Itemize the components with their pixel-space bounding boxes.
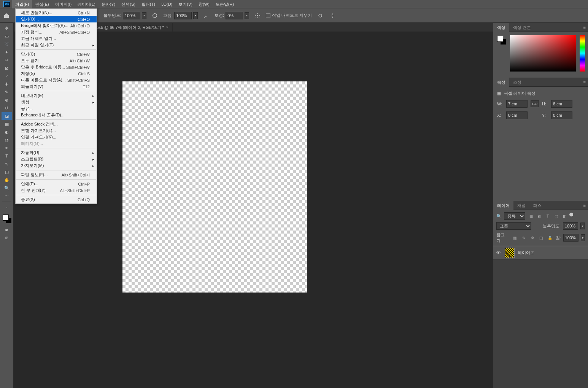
lock-all-icon[interactable]: 🔒	[547, 234, 553, 241]
history-brush-tool[interactable]: ↺	[2, 104, 12, 112]
menu-item[interactable]: 고급 개체로 열기...	[16, 35, 97, 42]
eyedropper-tool[interactable]: ⟋	[2, 72, 12, 80]
layer-opacity-input[interactable]	[563, 222, 578, 230]
tab-paths[interactable]: 패스	[529, 201, 545, 210]
menu-item[interactable]: 파일 정보(F)...Alt+Shift+Ctrl+I	[16, 172, 97, 178]
lasso-tool[interactable]: ➰	[2, 40, 12, 48]
crop-tool[interactable]: ✂	[2, 56, 12, 64]
airbrush-icon[interactable]	[202, 12, 210, 19]
menu-view[interactable]: 보기(V)	[175, 0, 195, 8]
menu-item[interactable]: Adobe Stock 검색...	[16, 121, 97, 127]
path-select-tool[interactable]: ↖	[2, 160, 12, 168]
shape-tool[interactable]: ▢	[2, 168, 12, 176]
erase-history-checkbox[interactable]	[266, 13, 270, 18]
home-icon[interactable]	[2, 11, 11, 20]
panel-menu-icon[interactable]: ≡	[581, 25, 588, 30]
tab-layers[interactable]: 레이어	[493, 201, 513, 210]
hand-tool[interactable]: ✋	[2, 176, 12, 184]
brush-tool[interactable]: ✎	[2, 88, 12, 96]
menu-filter[interactable]: 필터(T)	[138, 0, 158, 8]
quickmask-tool[interactable]: ◙	[2, 226, 12, 234]
filter-toggle[interactable]	[569, 213, 573, 216]
lock-artboard-icon[interactable]: ◫	[538, 234, 544, 241]
screenmode-tool[interactable]: ⎚	[2, 234, 12, 242]
menu-item[interactable]: 다른 이름으로 저장(A)...Shift+Ctrl+S	[16, 77, 97, 83]
gradient-tool[interactable]: ▦	[2, 120, 12, 128]
menu-item[interactable]: 되돌리기(V)F12	[16, 83, 97, 90]
color-chips[interactable]	[496, 35, 506, 45]
menu-item[interactable]: 열기(O)...Ctrl+O	[16, 16, 97, 22]
menu-item[interactable]: 인쇄(P)...Ctrl+P	[16, 181, 97, 187]
color-field[interactable]	[510, 35, 576, 72]
link-dimensions-icon[interactable]: GO	[531, 100, 539, 107]
menu-item[interactable]: 연결 가져오기(K)...	[16, 134, 97, 140]
dodge-tool[interactable]: ◔	[2, 136, 12, 144]
menu-item[interactable]: 한 부 인쇄(Y)Alt+Shift+Ctrl+P	[16, 187, 97, 194]
type-tool[interactable]: T	[2, 152, 12, 160]
menu-image[interactable]: 이미지(I)	[52, 0, 75, 8]
zoom-tool[interactable]: 🔍	[2, 184, 12, 192]
tab-swatches[interactable]: 색상 견본	[509, 23, 535, 32]
menu-item[interactable]: 포함 가져오기(L)...	[16, 127, 97, 134]
menu-item[interactable]: Bridge에서 찾아보기(B)...Alt+Ctrl+O	[16, 22, 97, 29]
fill-dropdown[interactable]	[581, 234, 585, 241]
layer-item[interactable]: 👁 레이어 2	[493, 246, 588, 260]
opacity-input[interactable]	[123, 12, 140, 19]
menu-help[interactable]: 도움말(H)	[213, 0, 237, 8]
tab-color[interactable]: 색상	[493, 23, 509, 32]
opacity-dropdown[interactable]	[142, 12, 146, 19]
move-tool[interactable]: ✥	[2, 24, 12, 32]
pen-tool[interactable]: ✒	[2, 144, 12, 152]
menu-item[interactable]: 모두 닫기Alt+Ctrl+W	[16, 57, 97, 64]
menu-item[interactable]: 닫기(C)Ctrl+W	[16, 51, 97, 57]
smoothing-input[interactable]	[226, 12, 243, 19]
stamp-tool[interactable]: ⊕	[2, 96, 12, 104]
menu-file[interactable]: 파일(F)	[12, 0, 32, 8]
layer-name[interactable]: 레이어 2	[518, 250, 534, 256]
filter-type-icon[interactable]: T	[544, 213, 551, 219]
tab-properties[interactable]: 속성	[493, 78, 509, 87]
menu-item[interactable]: 종료(X)Ctrl+Q	[16, 196, 97, 203]
menu-item[interactable]: 공유...	[16, 105, 97, 112]
tab-adjustments[interactable]: 조정	[509, 78, 525, 87]
color-swatches[interactable]	[2, 214, 12, 224]
blur-tool[interactable]: ◐	[2, 128, 12, 136]
symmetry-icon[interactable]	[329, 12, 336, 19]
smoothing-gear-icon[interactable]	[254, 12, 261, 19]
menu-item[interactable]: 가져오기(M)	[16, 162, 97, 169]
lock-transparency-icon[interactable]: ▦	[512, 234, 518, 241]
menu-item[interactable]: 새로 만들기(N)...Ctrl+N	[16, 10, 97, 16]
menu-layer[interactable]: 레이어(L)	[75, 0, 98, 8]
heal-tool[interactable]: ✚	[2, 80, 12, 88]
fill-input[interactable]	[563, 234, 578, 242]
pressure-size-icon[interactable]	[316, 12, 324, 19]
blend-mode-select[interactable]: 표준	[496, 222, 531, 230]
foreground-chip[interactable]	[497, 36, 503, 42]
tab-channels[interactable]: 채널	[513, 201, 529, 210]
layer-thumbnail[interactable]	[505, 248, 515, 258]
wand-tool[interactable]: ✦	[2, 48, 12, 56]
filter-pixel-icon[interactable]: ▦	[528, 213, 534, 219]
height-input[interactable]	[551, 100, 572, 108]
menu-edit[interactable]: 편집(E)	[32, 0, 52, 8]
menu-item[interactable]: 자동화(U)	[16, 149, 97, 156]
close-icon[interactable]: ×	[166, 23, 168, 32]
layer-opacity-dropdown[interactable]	[580, 223, 585, 229]
flow-dropdown[interactable]	[193, 12, 198, 19]
menu-item[interactable]: 지정 형식...Alt+Shift+Ctrl+O	[16, 29, 97, 35]
frame-tool[interactable]: ⊠	[2, 64, 12, 72]
menu-item[interactable]: 저장(S)Ctrl+S	[16, 70, 97, 77]
x-input[interactable]	[506, 111, 528, 119]
foreground-color[interactable]	[3, 215, 9, 221]
layer-kind-filter[interactable]: 종류	[504, 212, 525, 220]
menu-type[interactable]: 문자(Y)	[99, 0, 119, 8]
filter-adjust-icon[interactable]: ◐	[536, 213, 543, 219]
filter-shape-icon[interactable]: ▢	[553, 213, 559, 219]
eraser-tool[interactable]: ◪	[2, 112, 12, 120]
menu-select[interactable]: 선택(S)	[118, 0, 138, 8]
panel-menu-icon[interactable]: ≡	[581, 80, 588, 84]
menu-window[interactable]: 창(W)	[195, 0, 213, 8]
flow-input[interactable]	[174, 12, 192, 19]
pressure-opacity-icon[interactable]	[151, 12, 159, 19]
width-input[interactable]	[506, 100, 528, 108]
